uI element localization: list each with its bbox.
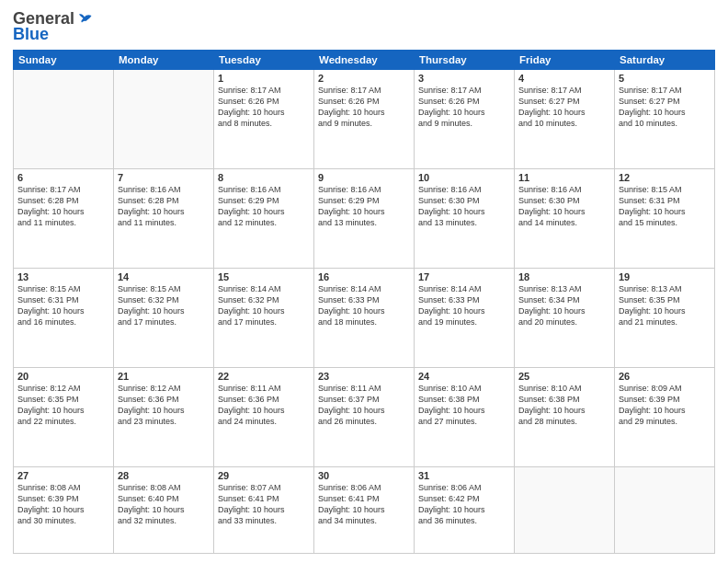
day-number: 1 [218,73,310,84]
day-number: 20 [17,371,109,382]
day-info: Sunrise: 8:13 AM Sunset: 6:34 PM Dayligh… [518,283,610,328]
week-row-0: 1Sunrise: 8:17 AM Sunset: 6:26 PM Daylig… [14,70,715,169]
day-number: 24 [418,371,510,382]
logo-bird-icon [76,10,93,27]
day-number: 17 [418,271,510,282]
calendar-cell: 31Sunrise: 8:06 AM Sunset: 6:42 PM Dayli… [415,466,515,553]
calendar-cell: 14Sunrise: 8:15 AM Sunset: 6:32 PM Dayli… [114,268,214,367]
week-row-2: 13Sunrise: 8:15 AM Sunset: 6:31 PM Dayli… [14,268,715,367]
day-info: Sunrise: 8:06 AM Sunset: 6:42 PM Dayligh… [418,482,510,527]
day-info: Sunrise: 8:14 AM Sunset: 6:32 PM Dayligh… [218,283,310,328]
day-number: 27 [17,470,109,481]
day-number: 3 [418,73,510,84]
day-number: 11 [518,172,610,183]
calendar-cell [14,70,114,169]
calendar-cell: 16Sunrise: 8:14 AM Sunset: 6:33 PM Dayli… [314,268,415,367]
calendar-cell: 30Sunrise: 8:06 AM Sunset: 6:41 PM Dayli… [314,466,415,553]
day-number: 6 [17,172,109,183]
calendar-cell: 9Sunrise: 8:16 AM Sunset: 6:29 PM Daylig… [314,168,415,268]
day-number: 13 [17,271,109,282]
day-number: 30 [318,470,410,481]
calendar-table: SundayMondayTuesdayWednesdayThursdayFrid… [13,50,715,554]
calendar-cell: 26Sunrise: 8:09 AM Sunset: 6:39 PM Dayli… [615,367,715,466]
week-row-1: 6Sunrise: 8:17 AM Sunset: 6:28 PM Daylig… [14,168,715,268]
day-number: 5 [619,73,711,84]
calendar-cell: 28Sunrise: 8:08 AM Sunset: 6:40 PM Dayli… [114,466,214,553]
day-info: Sunrise: 8:17 AM Sunset: 6:27 PM Dayligh… [518,85,610,130]
weekday-header-friday: Friday [515,51,615,70]
weekday-header-thursday: Thursday [415,51,515,70]
day-info: Sunrise: 8:17 AM Sunset: 6:26 PM Dayligh… [318,85,410,130]
day-info: Sunrise: 8:17 AM Sunset: 6:28 PM Dayligh… [17,184,109,229]
day-number: 16 [318,271,410,282]
day-info: Sunrise: 8:13 AM Sunset: 6:35 PM Dayligh… [619,283,711,328]
calendar-cell: 21Sunrise: 8:12 AM Sunset: 6:36 PM Dayli… [114,367,214,466]
day-number: 7 [118,172,210,183]
calendar-cell [114,70,214,169]
logo: General Blue [13,9,93,44]
calendar-cell: 27Sunrise: 8:08 AM Sunset: 6:39 PM Dayli… [14,466,114,553]
day-info: Sunrise: 8:11 AM Sunset: 6:37 PM Dayligh… [318,383,410,428]
calendar-cell: 5Sunrise: 8:17 AM Sunset: 6:27 PM Daylig… [615,70,715,169]
calendar-cell: 2Sunrise: 8:17 AM Sunset: 6:26 PM Daylig… [314,70,415,169]
day-number: 9 [318,172,410,183]
calendar-cell: 29Sunrise: 8:07 AM Sunset: 6:41 PM Dayli… [214,466,314,553]
calendar-cell: 23Sunrise: 8:11 AM Sunset: 6:37 PM Dayli… [314,367,415,466]
calendar-cell: 25Sunrise: 8:10 AM Sunset: 6:38 PM Dayli… [515,367,615,466]
calendar-cell: 13Sunrise: 8:15 AM Sunset: 6:31 PM Dayli… [14,268,114,367]
day-info: Sunrise: 8:07 AM Sunset: 6:41 PM Dayligh… [218,482,310,527]
calendar-cell: 17Sunrise: 8:14 AM Sunset: 6:33 PM Dayli… [415,268,515,367]
day-info: Sunrise: 8:16 AM Sunset: 6:28 PM Dayligh… [118,184,210,229]
weekday-header-row: SundayMondayTuesdayWednesdayThursdayFrid… [14,51,715,70]
day-number: 19 [619,271,711,282]
calendar-cell: 18Sunrise: 8:13 AM Sunset: 6:34 PM Dayli… [515,268,615,367]
day-info: Sunrise: 8:10 AM Sunset: 6:38 PM Dayligh… [418,383,510,428]
day-info: Sunrise: 8:17 AM Sunset: 6:26 PM Dayligh… [418,85,510,130]
calendar-cell: 24Sunrise: 8:10 AM Sunset: 6:38 PM Dayli… [415,367,515,466]
calendar-cell: 8Sunrise: 8:16 AM Sunset: 6:29 PM Daylig… [214,168,314,268]
header: General Blue [13,9,715,44]
weekday-header-saturday: Saturday [615,51,715,70]
calendar-cell: 11Sunrise: 8:16 AM Sunset: 6:30 PM Dayli… [515,168,615,268]
calendar-cell: 15Sunrise: 8:14 AM Sunset: 6:32 PM Dayli… [214,268,314,367]
day-info: Sunrise: 8:08 AM Sunset: 6:40 PM Dayligh… [118,482,210,527]
day-info: Sunrise: 8:15 AM Sunset: 6:31 PM Dayligh… [17,283,109,328]
day-number: 4 [518,73,610,84]
day-info: Sunrise: 8:09 AM Sunset: 6:39 PM Dayligh… [619,383,711,428]
day-info: Sunrise: 8:14 AM Sunset: 6:33 PM Dayligh… [418,283,510,328]
calendar-cell: 3Sunrise: 8:17 AM Sunset: 6:26 PM Daylig… [415,70,515,169]
day-number: 23 [318,371,410,382]
day-number: 21 [118,371,210,382]
day-number: 22 [218,371,310,382]
day-info: Sunrise: 8:14 AM Sunset: 6:33 PM Dayligh… [318,283,410,328]
day-info: Sunrise: 8:17 AM Sunset: 6:26 PM Dayligh… [218,85,310,130]
day-info: Sunrise: 8:10 AM Sunset: 6:38 PM Dayligh… [518,383,610,428]
day-info: Sunrise: 8:16 AM Sunset: 6:29 PM Dayligh… [218,184,310,229]
day-number: 15 [218,271,310,282]
day-info: Sunrise: 8:06 AM Sunset: 6:41 PM Dayligh… [318,482,410,527]
day-number: 14 [118,271,210,282]
day-number: 18 [518,271,610,282]
day-number: 2 [318,73,410,84]
weekday-header-monday: Monday [114,51,214,70]
calendar-cell: 12Sunrise: 8:15 AM Sunset: 6:31 PM Dayli… [615,168,715,268]
day-info: Sunrise: 8:16 AM Sunset: 6:29 PM Dayligh… [318,184,410,229]
calendar-cell: 7Sunrise: 8:16 AM Sunset: 6:28 PM Daylig… [114,168,214,268]
day-info: Sunrise: 8:15 AM Sunset: 6:32 PM Dayligh… [118,283,210,328]
calendar-cell: 10Sunrise: 8:16 AM Sunset: 6:30 PM Dayli… [415,168,515,268]
day-number: 8 [218,172,310,183]
week-row-4: 27Sunrise: 8:08 AM Sunset: 6:39 PM Dayli… [14,466,715,553]
weekday-header-wednesday: Wednesday [314,51,415,70]
day-number: 31 [418,470,510,481]
day-info: Sunrise: 8:17 AM Sunset: 6:27 PM Dayligh… [619,85,711,130]
calendar-cell [615,466,715,553]
calendar-cell [515,466,615,553]
day-info: Sunrise: 8:15 AM Sunset: 6:31 PM Dayligh… [619,184,711,229]
weekday-header-tuesday: Tuesday [214,51,314,70]
week-row-3: 20Sunrise: 8:12 AM Sunset: 6:35 PM Dayli… [14,367,715,466]
day-number: 28 [118,470,210,481]
day-info: Sunrise: 8:16 AM Sunset: 6:30 PM Dayligh… [518,184,610,229]
day-info: Sunrise: 8:11 AM Sunset: 6:36 PM Dayligh… [218,383,310,428]
calendar-cell: 19Sunrise: 8:13 AM Sunset: 6:35 PM Dayli… [615,268,715,367]
calendar-cell: 20Sunrise: 8:12 AM Sunset: 6:35 PM Dayli… [14,367,114,466]
